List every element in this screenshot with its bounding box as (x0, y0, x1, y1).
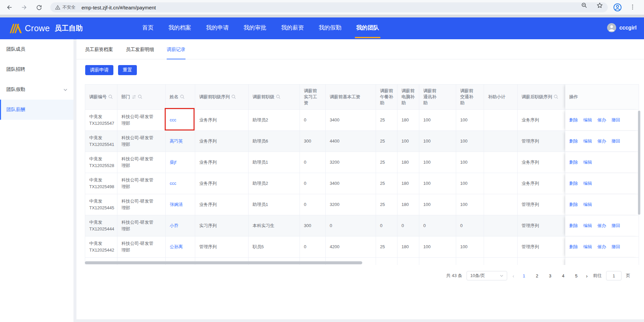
pagination-prev-icon[interactable]: ‹ (512, 273, 515, 279)
salary-adjust-apply-button[interactable]: 调薪申请 (85, 65, 113, 75)
column-header-name[interactable]: 姓名 (166, 84, 195, 110)
search-icon[interactable] (138, 95, 142, 99)
action-link[interactable]: 删除 (569, 160, 578, 165)
cell-postSeries: 管理序列 (518, 236, 565, 258)
action-link[interactable]: 删除 (569, 181, 578, 186)
employee-name-link[interactable]: 公孙离 (170, 244, 183, 249)
action-link[interactable]: 撤回 (611, 244, 620, 249)
column-header-postSeries[interactable]: 调薪后职级序列 (518, 84, 565, 110)
cell-preComputer: 180 (397, 194, 419, 215)
action-link[interactable]: 编辑 (583, 202, 592, 207)
goto-page-input[interactable] (606, 271, 622, 280)
nav-home[interactable]: 首页 (142, 17, 154, 38)
pagination-page-5[interactable]: 5 (572, 273, 581, 278)
pagination-page-2[interactable]: 2 (533, 273, 541, 278)
nav-my-salary[interactable]: 我的薪资 (281, 17, 304, 38)
employee-name-link[interactable]: 高巧英 (170, 139, 183, 144)
action-link[interactable]: 催办 (597, 244, 606, 249)
tab-bar: 员工薪资档案 员工发薪明细 调薪记录 (76, 39, 644, 59)
cell-preComm: 0 (419, 215, 456, 236)
page-size-select[interactable]: 10条/页 (467, 271, 507, 280)
pagination-next-icon[interactable]: › (585, 273, 589, 279)
sidebar-item-team-recruitment[interactable]: 团队招聘 (0, 59, 73, 79)
action-link[interactable]: 编辑 (583, 244, 592, 249)
nav-my-approval[interactable]: 我的审批 (244, 17, 266, 38)
action-link[interactable]: 催办 (597, 139, 606, 144)
action-link[interactable]: 删除 (569, 223, 578, 228)
action-link[interactable]: 催办 (597, 117, 606, 122)
action-link[interactable]: 编辑 (583, 160, 592, 165)
search-icon[interactable] (108, 95, 113, 99)
tab-adjustment-records[interactable]: 调薪记录 (167, 47, 185, 59)
employee-name-link[interactable]: 小乔 (170, 223, 178, 228)
cell-preLunch: 0 (376, 215, 397, 236)
cell-postSeries: 业务序列 (518, 173, 565, 194)
back-icon[interactable] (5, 3, 13, 11)
zoom-out-icon[interactable] (581, 2, 588, 9)
user-menu[interactable]: cccgirl (607, 23, 637, 32)
bookmark-star-icon[interactable] (596, 2, 603, 9)
reload-icon[interactable] (35, 3, 43, 11)
tab-payroll-detail[interactable]: 员工发薪明细 (126, 47, 154, 59)
column-header-preSeries[interactable]: 调薪前职级序列 (195, 84, 249, 110)
action-link[interactable]: 编辑 (583, 139, 592, 144)
cell-preLevel: 助理员2 (249, 173, 300, 194)
action-link[interactable]: 撤回 (611, 139, 620, 144)
action-link[interactable]: 删除 (569, 117, 578, 122)
sort-icon[interactable] (132, 95, 136, 99)
employee-name-link[interactable]: ccc (170, 181, 176, 186)
action-link[interactable]: 删除 (569, 244, 578, 249)
reset-button[interactable]: 重置 (118, 65, 137, 75)
action-link[interactable]: 撤回 (611, 117, 620, 122)
action-link[interactable]: 编辑 (583, 117, 592, 122)
cell-name: 高巧英 (166, 131, 195, 152)
column-header-dept[interactable]: 部门 (117, 84, 166, 110)
cell-preIntern: 0 (300, 236, 326, 258)
pagination-page-4[interactable]: 4 (559, 273, 568, 278)
vertical-scrollbar[interactable] (638, 111, 640, 215)
cell-preSeries: 业务序列 (195, 152, 249, 173)
browser-profile-icon[interactable] (613, 3, 622, 13)
cell-actions: 删除编辑催办撤回 (565, 110, 639, 131)
address-bar[interactable]: 不安全 emp-test.zjf-it.cn/#/team/payment (50, 2, 608, 12)
search-icon[interactable] (276, 95, 280, 99)
action-link[interactable]: 编辑 (583, 223, 592, 228)
security-chip[interactable]: 不安全 (55, 4, 75, 10)
action-link[interactable]: 删除 (569, 139, 578, 144)
cell-code: 中竟发 TX12025498 (85, 173, 117, 194)
column-header-code[interactable]: 调薪编号 (85, 84, 117, 110)
cell-preLevel: 助理员6 (249, 131, 300, 152)
nav-my-archive[interactable]: 我的档案 (168, 17, 191, 38)
cell-preComm: 100 (419, 236, 456, 258)
tab-salary-archive[interactable]: 员工薪资档案 (85, 47, 113, 59)
search-icon[interactable] (180, 95, 184, 99)
action-link[interactable]: 删除 (569, 202, 578, 207)
cell-preComm: 100 (419, 131, 456, 152)
nav-my-team[interactable]: 我的团队 (356, 17, 379, 38)
forward-icon[interactable] (20, 3, 28, 11)
browser-menu-icon[interactable] (629, 4, 636, 12)
cell-postSeries (518, 258, 565, 265)
sidebar-item-team-attendance[interactable]: 团队假勤 (0, 79, 73, 100)
pagination-page-3[interactable]: 3 (546, 273, 554, 278)
sidebar-item-team-members[interactable]: 团队成员 (0, 39, 73, 59)
column-header-preLevel[interactable]: 调薪前职级 (249, 84, 300, 110)
employee-name-link[interactable]: 柴jf (170, 160, 176, 165)
cell-preLunch: 25 (376, 110, 397, 131)
action-link[interactable]: 编辑 (583, 181, 592, 186)
sidebar-item-team-compensation[interactable]: 团队薪酬 (0, 100, 73, 120)
cell-name: ccc (166, 173, 195, 194)
horizontal-scrollbar[interactable] (85, 261, 362, 264)
pagination-page-1[interactable]: 1 (520, 273, 528, 278)
employee-name-link[interactable]: 张婉清 (170, 202, 183, 207)
cell-dept: 科技公司-研发管 理部 (117, 173, 166, 194)
action-link[interactable]: 催办 (597, 223, 606, 228)
brand-name: Crowe (25, 23, 50, 33)
nav-my-attendance[interactable]: 我的假勤 (319, 17, 341, 38)
search-icon[interactable] (231, 95, 236, 99)
action-link[interactable]: 撤回 (611, 223, 620, 228)
nav-my-application[interactable]: 我的申请 (206, 17, 229, 38)
app-logo[interactable]: Crowe 员工自助 (9, 23, 83, 34)
cell-preComputer: 100 (397, 131, 419, 152)
search-icon[interactable] (554, 95, 558, 99)
